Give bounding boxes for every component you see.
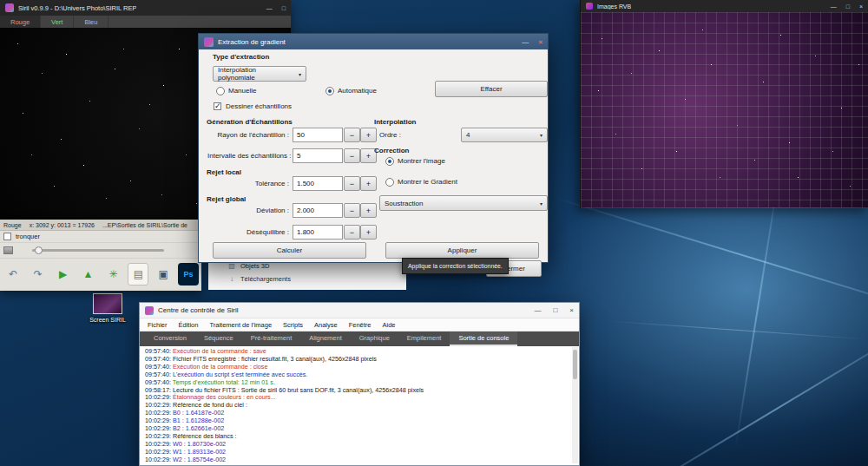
deviation-increment-button[interactable]: + [360,203,377,218]
menu-edition[interactable]: Édition [179,321,199,329]
siril-image-title: Siril v0.9.9 - D:\Univers Photo\SIRIL RE… [18,4,136,12]
tab-sequence[interactable]: Séquence [195,331,242,346]
tab-pre-traitement[interactable]: Pré-traitement [242,331,301,346]
apply-tooltip: Applique la correction sélectionnée. [402,258,509,274]
radius-decrement-button[interactable]: − [344,128,360,142]
dialog-titlebar[interactable]: Extraction de gradient — × [199,34,548,49]
zoom-slider[interactable] [32,249,164,252]
desktop-icon-screen-siril[interactable]: Screen SIRIL [83,293,132,323]
tab-conversion[interactable]: Conversion [145,331,195,346]
deviation-decrement-button[interactable]: − [344,203,360,218]
correction-mode-dropdown[interactable]: Soustraction ▾ [379,195,548,211]
menu-traitement-de-l-image[interactable]: Traitement de l'image [209,321,272,329]
chevron-down-icon: ▾ [540,200,542,207]
redo-icon[interactable]: ↷ [28,263,49,286]
script-icon[interactable]: ▤ [128,263,148,286]
tab-graphique[interactable]: Graphique [351,331,398,346]
3d-objects-icon: ▧ [227,262,236,270]
order-dropdown-value: 4 [466,131,470,139]
close-icon[interactable]: × [569,306,574,314]
section-local-rejection: Rejet local [207,168,241,176]
starfield [0,28,1,29]
close-icon[interactable]: × [859,3,863,10]
interpolation-dropdown[interactable]: Interpolation polynomiale ▾ [213,66,306,82]
siril-image-titlebar[interactable]: Siril v0.9.9 - D:\Univers Photo\SIRIL RE… [0,0,291,16]
tolerance-decrement-button[interactable]: − [344,176,360,191]
siril-app-icon [145,306,154,315]
tab-bleu[interactable]: Bleu [74,16,108,28]
main-toolbar: ↶↷▶▲✳▤▣Ps [0,259,201,289]
deviation-input[interactable]: 2.000 [293,203,343,218]
wallpaper-beam [616,312,868,466]
snapshot-icon[interactable]: ▣ [153,263,174,286]
tab-sortie-de-console[interactable]: Sortie de console [450,331,517,346]
menu-analyse[interactable]: Analyse [314,321,338,329]
interval-decrement-button[interactable]: − [344,148,360,163]
unbalance-input[interactable]: 1.800 [293,225,343,240]
explorer-item-label: Objets 3D [240,262,269,270]
control-center-titlebar[interactable]: Centre de contrôle de Siril — □ × [140,303,579,318]
chevron-down-icon: ▾ [540,132,542,138]
chevron-down-icon: ▾ [299,71,301,77]
tab-vert[interactable]: Vert [41,16,74,28]
tolerance-increment-button[interactable]: + [360,176,377,191]
slider-handle[interactable] [35,246,43,254]
calculate-button[interactable]: Calculer [213,242,366,259]
menu-aide[interactable]: Aide [383,321,396,329]
order-dropdown[interactable]: 4 ▾ [461,128,548,142]
radius-input[interactable]: 50 [293,128,343,142]
display-mode-icon[interactable] [3,246,13,254]
status-channel: Rouge [3,222,22,228]
rvb-image-display[interactable] [581,12,868,207]
tab-empilement[interactable]: Empilement [398,331,450,346]
tab-rouge[interactable]: Rouge [0,16,41,28]
maximize-icon[interactable]: □ [846,3,850,10]
show-image-radio[interactable] [385,157,394,166]
tab-alignement[interactable]: Alignement [300,331,351,346]
automatic-radio-label: Automatique [338,87,377,95]
scrollbar-thumb[interactable] [573,350,577,379]
manual-radio-label: Manuelle [228,87,256,95]
menu-fenetre[interactable]: Fenêtre [349,321,372,329]
console-output[interactable]: 09:57:40: Exécution de la commande : sav… [140,346,579,465]
interval-input[interactable]: 5 [293,148,343,163]
scrollbar[interactable] [572,347,578,463]
menu-scripts[interactable]: Scripts [283,321,303,329]
status-bar: Rouge x: 3092 y: 0013 = 17926 ...EP\Sort… [0,220,201,231]
unbalance-increment-button[interactable]: + [360,225,377,240]
clear-button[interactable]: Effacer [435,81,548,97]
unbalance-decrement-button[interactable]: − [344,225,360,240]
tolerance-input[interactable]: 1.500 [293,176,343,191]
truncate-checkbox[interactable] [3,233,11,240]
section-correction: Correction [374,147,409,154]
explorer-item-telechargements[interactable]: ↓Téléchargements [208,272,406,286]
undo-icon[interactable]: ↶ [3,263,23,286]
minimize-icon[interactable]: — [831,3,837,10]
draw-samples-checkbox[interactable] [214,102,221,110]
wallpaper-beam [734,167,781,450]
star-detection-icon[interactable]: ✳ [103,263,124,286]
automatic-radio[interactable] [326,87,334,95]
close-icon[interactable]: × [538,38,542,46]
deviation-label: Déviation : [207,207,289,214]
radius-increment-button[interactable]: + [360,128,377,142]
maximize-icon[interactable]: □ [553,306,557,314]
minimize-icon[interactable]: — [534,306,541,314]
starfield [581,12,582,13]
show-gradient-radio[interactable] [385,178,394,187]
control-center-window: Centre de contrôle de Siril — □ × Fichie… [139,302,580,466]
radius-label: Rayon de l'échantillon : [207,131,289,139]
histogram-icon[interactable]: ▲ [78,263,99,286]
photoshop-icon[interactable]: Ps [178,263,199,286]
minimize-icon[interactable]: — [266,5,273,11]
process-icon[interactable]: ▶ [53,263,74,286]
draw-samples-label: Dessiner échantillons [226,102,292,110]
manual-radio[interactable] [216,87,225,95]
maximize-icon[interactable]: □ [282,5,286,11]
interpolation-dropdown-value: Interpolation polynomiale [218,66,294,82]
rvb-titlebar[interactable]: Images RVB — □ × [581,0,868,12]
menu-fichier[interactable]: Fichier [148,321,168,329]
apply-button[interactable]: Appliquer [385,242,539,259]
interval-label: Intervalle des échantillons : [207,152,289,160]
minimize-icon[interactable]: — [522,38,529,46]
